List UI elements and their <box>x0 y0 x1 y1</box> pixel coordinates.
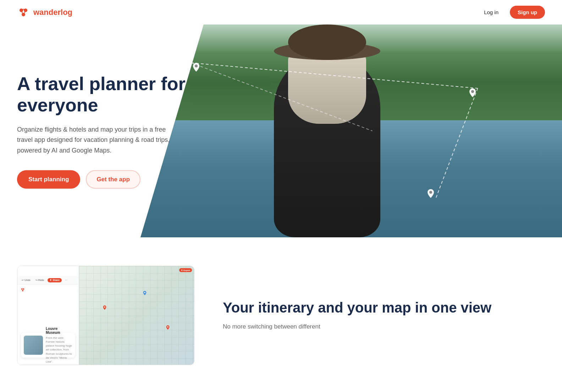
screenshot-map: ⬇ Export <box>79 266 194 365</box>
hero-buttons: Start planning Get the app <box>17 170 209 188</box>
place-card-title: Louvre Museum <box>46 327 72 335</box>
map-pin-mock-1 <box>102 305 107 310</box>
itinerary-section: ↩ Undo ↪ Redo ⬆ Share ··· <box>0 237 562 386</box>
svg-point-14 <box>167 326 169 327</box>
itinerary-title: Your itinerary and your map in one view <box>223 299 545 316</box>
svg-point-13 <box>144 292 146 293</box>
navbar: wanderlog Log in Sign up <box>0 0 562 24</box>
screenshot-mock: ↩ Undo ↪ Redo ⬆ Share ··· <box>17 266 194 365</box>
tab-undo: ↩ Undo <box>20 278 32 282</box>
location-pin-2 <box>468 88 478 98</box>
tab-redo: ↪ Redo <box>34 278 46 282</box>
login-button[interactable]: Log in <box>480 6 503 18</box>
share-bar: ↩ Undo ↪ Redo ⬆ Share ··· <box>17 276 79 285</box>
svg-point-8 <box>429 191 432 194</box>
wanderlog-logo-icon <box>17 6 30 19</box>
hero-subtitle: Organize flights & hotels and map your t… <box>17 124 180 156</box>
export-button-mock: ⬇ Export <box>179 268 192 272</box>
place-card-desc: From the web: Former historic palace hou… <box>46 336 72 364</box>
place-card: Louvre Museum From the web: Former histo… <box>21 333 75 358</box>
place-card-text: Louvre Museum From the web: Former histo… <box>46 327 72 364</box>
logo-area: wanderlog <box>17 6 72 19</box>
hero-section: A travel planner for everyone Organize f… <box>0 24 562 237</box>
sidebar-logo-icon <box>20 287 25 292</box>
place-card-image <box>24 336 43 355</box>
map-grid <box>79 266 194 365</box>
svg-point-6 <box>195 65 198 67</box>
svg-line-5 <box>191 63 373 131</box>
brand-name: wanderlog <box>33 8 72 17</box>
svg-point-11 <box>22 290 23 291</box>
app-screenshot: ↩ Undo ↪ Redo ⬆ Share ··· <box>17 266 194 365</box>
itinerary-text: Your itinerary and your map in one view … <box>223 299 545 331</box>
svg-point-7 <box>471 90 474 93</box>
get-app-button[interactable]: Get the app <box>86 170 140 188</box>
nav-right: Log in Sign up <box>480 6 545 19</box>
location-pin-1 <box>191 63 201 73</box>
location-pin-3 <box>426 189 436 199</box>
svg-point-10 <box>23 288 24 290</box>
map-pin-mock-3 <box>165 325 170 330</box>
tab-more: ··· <box>64 278 69 282</box>
screenshot-sidebar: ↩ Undo ↪ Redo ⬆ Share ··· <box>17 266 79 365</box>
hero-title: A travel planner for everyone <box>17 73 209 116</box>
map-pin-mock-2 <box>142 291 147 296</box>
svg-point-12 <box>104 307 105 308</box>
start-planning-button[interactable]: Start planning <box>17 170 80 188</box>
svg-point-9 <box>21 288 23 290</box>
svg-line-3 <box>191 63 478 88</box>
itinerary-desc: No more switching between different <box>223 322 545 331</box>
svg-line-4 <box>436 88 478 199</box>
share-button-mock: ⬆ Share <box>48 278 61 282</box>
hero-content: A travel planner for everyone Organize f… <box>17 73 209 189</box>
signup-button[interactable]: Sign up <box>510 6 545 19</box>
